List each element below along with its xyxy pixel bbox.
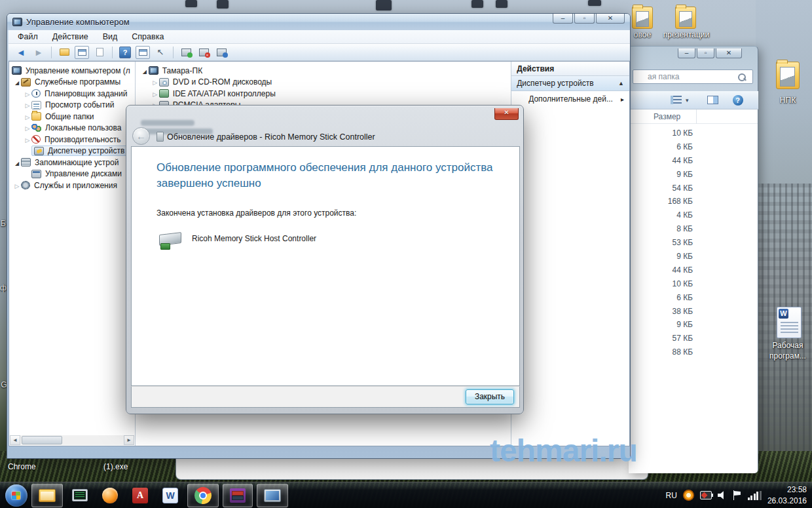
desktop-icon-label[interactable]: презентации [658, 30, 714, 39]
partial-desktop-icon[interactable] [496, 0, 507, 8]
expand-icon[interactable] [151, 89, 159, 98]
clock[interactable]: 23:58 26.03.2016 [767, 484, 807, 505]
collapse-icon[interactable] [141, 66, 149, 75]
export-list-icon[interactable] [57, 46, 71, 59]
battery-icon[interactable] [700, 491, 712, 499]
title-bar[interactable]: Управление компьютером [7, 14, 630, 30]
partial-desktop-icon[interactable] [185, 0, 197, 7]
actions-group-device-manager[interactable]: Диспетчер устройств ▲ [511, 76, 629, 91]
size-column-header[interactable]: Размер [654, 112, 680, 121]
partial-desktop-icon[interactable] [471, 0, 483, 8]
device-tree-item-dvd[interactable]: DVD и CD-ROM дисководы [136, 77, 511, 88]
uninstall-device-icon[interactable]: × [196, 46, 211, 59]
folder-icon[interactable] [675, 7, 696, 29]
menu-view[interactable]: Вид [103, 32, 118, 41]
expand-icon[interactable] [24, 100, 31, 109]
actions-more-actions[interactable]: Дополнительные дей... ▸ [511, 91, 629, 107]
file-size[interactable]: 44 КБ [633, 154, 693, 168]
language-indicator[interactable]: RU [666, 491, 677, 500]
collapse-icon[interactable]: ▲ [618, 80, 624, 87]
file-size[interactable]: 44 КБ [633, 264, 693, 277]
menu-file[interactable]: Файл [18, 32, 38, 41]
file-size[interactable]: 6 КБ [633, 291, 693, 305]
file-size[interactable]: 9 КБ [633, 168, 693, 182]
file-size[interactable]: 53 КБ [633, 236, 693, 250]
scrollbar-track[interactable] [62, 435, 124, 445]
taskbar-explorer-button[interactable] [31, 484, 63, 507]
tree-item-disk-management[interactable]: Управление дисками [9, 168, 135, 180]
desktop-icon-label[interactable]: Рабочая [762, 341, 812, 350]
expand-icon[interactable] [24, 135, 31, 144]
desktop-icon-label[interactable]: (1).exe [103, 462, 149, 471]
minimize-button[interactable]: – [678, 49, 695, 58]
file-size[interactable]: 4 КБ [633, 208, 693, 222]
expand-icon[interactable] [24, 123, 31, 132]
forward-icon[interactable]: ► [31, 46, 46, 59]
taskbar-winrar-button[interactable] [223, 484, 253, 507]
start-button[interactable] [5, 484, 28, 507]
show-console-tree-icon[interactable] [75, 46, 89, 59]
file-size[interactable]: 10 КБ [633, 277, 693, 291]
tray-update-icon[interactable] [683, 490, 694, 501]
desktop-icon-label[interactable]: програм... [760, 351, 812, 361]
file-size[interactable]: 57 КБ [633, 332, 693, 345]
device-tree-item-ide[interactable]: IDE ATA/ATAPI контроллеры [136, 88, 511, 100]
properties-icon[interactable] [92, 46, 107, 59]
update-driver-icon[interactable] [179, 46, 193, 59]
tree-item-task-scheduler[interactable]: Планировщик заданий [9, 88, 135, 100]
taskbar-adobe-reader-button[interactable]: A [127, 484, 153, 507]
search-icon[interactable] [737, 73, 746, 81]
help-icon[interactable]: ? [118, 46, 132, 59]
help-icon[interactable]: ? [733, 95, 743, 106]
tree-item-services[interactable]: Службы и приложения [9, 180, 135, 191]
close-icon[interactable]: ✕ [494, 108, 519, 120]
folder-icon[interactable] [776, 62, 800, 89]
horizontal-scrollbar[interactable]: ◄ ► [10, 435, 134, 445]
taskbar-remote-app-button[interactable] [67, 484, 93, 507]
cursor-icon[interactable]: ↖ [153, 46, 168, 59]
minimize-button[interactable]: – [553, 14, 573, 24]
close-button[interactable]: ✕ [596, 14, 625, 24]
tree-item-device-manager[interactable]: Диспетчер устройств [9, 146, 135, 157]
file-size[interactable]: 8 КБ [633, 222, 693, 236]
desktop-icon-label[interactable]: НПК [773, 96, 803, 105]
volume-icon[interactable] [718, 491, 727, 500]
maximize-button[interactable]: ▫ [697, 49, 714, 58]
partial-desktop-icon[interactable] [376, 0, 392, 10]
desktop-icon-label[interactable]: Chrome [8, 462, 54, 471]
column-separator[interactable] [696, 109, 697, 124]
back-icon[interactable]: ◄ [14, 46, 28, 59]
taskbar-chrome-button[interactable] [187, 484, 219, 507]
preview-pane-icon[interactable] [707, 96, 718, 104]
scroll-right-arrow[interactable]: ► [124, 435, 134, 445]
file-size[interactable]: 88 КБ [633, 345, 693, 359]
partial-desktop-icon[interactable] [588, 0, 601, 6]
scan-hardware-icon[interactable] [214, 46, 229, 59]
file-size[interactable]: 6 КБ [633, 140, 693, 154]
file-size[interactable]: 38 КБ [633, 305, 693, 319]
file-size[interactable]: 10 КБ [633, 127, 693, 140]
maximize-button[interactable]: ▫ [574, 14, 595, 24]
tree-item-performance[interactable]: Производительность [9, 134, 135, 146]
device-tree-root[interactable]: Тамара-ПК [136, 65, 511, 77]
collapse-icon[interactable] [13, 77, 21, 87]
folder-icon[interactable] [632, 7, 653, 29]
word-document-icon[interactable] [777, 307, 802, 338]
file-size[interactable]: 9 КБ [633, 318, 693, 332]
close-dialog-button[interactable]: Закрыть [466, 389, 514, 404]
expand-icon[interactable] [24, 112, 31, 121]
tree-item-system-tools[interactable]: Служебные программы [9, 77, 135, 88]
change-view-icon[interactable] [671, 96, 682, 104]
close-button[interactable]: ✕ [716, 49, 742, 58]
tree-item-storage[interactable]: Запоминающие устрой [9, 157, 135, 168]
desktop-icon-label[interactable]: овое [627, 30, 657, 39]
scroll-left-arrow[interactable]: ◄ [10, 435, 20, 445]
chevron-down-icon[interactable]: ▾ [686, 97, 689, 104]
partial-desktop-icon[interactable] [217, 0, 229, 9]
search-input[interactable]: ая папка [633, 69, 753, 84]
file-size[interactable]: 168 КБ [633, 195, 693, 208]
tree-item-local-users[interactable]: Локальные пользова [9, 123, 135, 134]
tree-item-shared-folders[interactable]: Общие папки [9, 111, 135, 123]
taskbar-media-app-button[interactable] [97, 484, 123, 507]
tree-item-root[interactable]: Управление компьютером (л [9, 65, 135, 77]
